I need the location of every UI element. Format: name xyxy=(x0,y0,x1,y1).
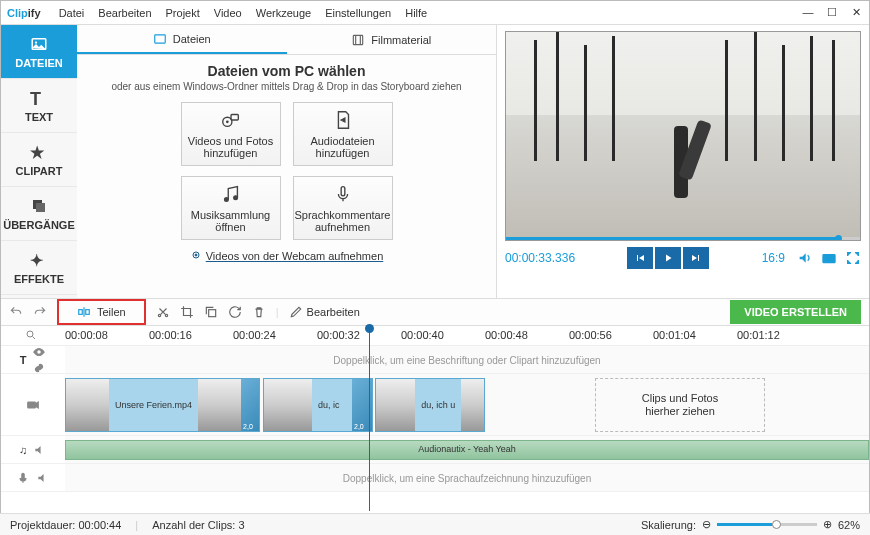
crop-button[interactable] xyxy=(180,305,194,319)
snapshot-icon[interactable] xyxy=(821,250,837,266)
rotate-button[interactable] xyxy=(228,305,242,319)
voiceover-button[interactable]: Sprachkommentareaufnehmen xyxy=(293,176,393,240)
undo-button[interactable] xyxy=(9,305,23,319)
svg-rect-11 xyxy=(341,187,345,196)
zoom-slider[interactable] xyxy=(717,523,817,526)
svg-point-21 xyxy=(27,331,33,337)
audio-track[interactable]: ♫ Audionautix - Yeah Yeah xyxy=(1,436,869,464)
duration-label: Projektdauer: 00:00:44 xyxy=(10,519,121,531)
sidebar-item-text[interactable]: T TEXT xyxy=(1,79,77,133)
filepanel-subtitle: oder aus einem Windows-Ordner mittels Dr… xyxy=(97,81,476,92)
play-button[interactable] xyxy=(655,247,681,269)
track-hint: Doppelklick, um eine Beschriftung oder C… xyxy=(65,354,869,365)
link-icon[interactable] xyxy=(32,361,46,375)
image-icon xyxy=(153,32,167,46)
menu-werkzeuge[interactable]: Werkzeuge xyxy=(256,7,311,19)
btn-label: Sprachkommentare xyxy=(295,209,391,221)
menu-video[interactable]: Video xyxy=(214,7,242,19)
svg-rect-3 xyxy=(36,203,45,212)
seek-bar[interactable] xyxy=(506,237,860,240)
film-icon xyxy=(351,33,365,47)
webcam-link[interactable]: Videos von der Webcam aufnehmen xyxy=(97,250,476,262)
timeline-clip[interactable]: du, ich u xyxy=(375,378,485,432)
prev-button[interactable] xyxy=(627,247,653,269)
speaker-icon[interactable] xyxy=(33,443,47,457)
music-library-button[interactable]: Musiksammlungöffnen xyxy=(181,176,281,240)
tab-label: Dateien xyxy=(173,33,211,45)
eye-icon[interactable] xyxy=(32,345,46,359)
sidebar-item-effekte[interactable]: ✦ EFFEKTE xyxy=(1,241,77,295)
zoom-in-button[interactable]: ⊕ xyxy=(823,518,832,531)
delete-button[interactable] xyxy=(252,305,266,319)
menu-einstellungen[interactable]: Einstellungen xyxy=(325,7,391,19)
video-track[interactable]: Unsere Ferien.mp4 du, ic du, ich u Clips… xyxy=(1,374,869,436)
ruler-tick: 00:00:08 xyxy=(65,329,108,341)
transition-icon[interactable] xyxy=(241,379,259,431)
edit-button[interactable]: Bearbeiten xyxy=(289,305,360,319)
ruler-tick: 00:01:12 xyxy=(737,329,780,341)
placeholder-label: Clips und Fotos hierher ziehen xyxy=(642,392,718,418)
tab-filmmaterial[interactable]: Filmmaterial xyxy=(287,25,497,54)
maximize-icon[interactable]: ☐ xyxy=(825,6,839,19)
time-ruler[interactable]: 00:00:08 00:00:16 00:00:24 00:00:32 00:0… xyxy=(1,326,869,346)
create-video-button[interactable]: VIDEO ERSTELLEN xyxy=(730,300,861,324)
split-button[interactable]: Teilen xyxy=(57,299,146,325)
audio-file-icon xyxy=(332,109,354,131)
music-icon xyxy=(220,183,242,205)
camera-icon xyxy=(26,398,40,412)
filepanel-title: Dateien vom PC wählen xyxy=(97,63,476,79)
zoom-out-button[interactable]: ⊖ xyxy=(702,518,711,531)
fullscreen-icon[interactable] xyxy=(845,250,861,266)
menu-datei[interactable]: Datei xyxy=(59,7,85,19)
btn-label: Audiodateien xyxy=(310,135,374,147)
webcam-icon xyxy=(190,250,202,262)
svg-rect-22 xyxy=(28,402,36,408)
playhead[interactable] xyxy=(369,326,370,511)
menu-bearbeiten[interactable]: Bearbeiten xyxy=(98,7,151,19)
video-preview[interactable] xyxy=(505,31,861,241)
add-videos-button[interactable]: Videos und Fotoshinzufügen xyxy=(181,102,281,166)
sidebar-item-dateien[interactable]: DATEIEN xyxy=(1,25,77,79)
close-icon[interactable]: ✕ xyxy=(849,6,863,19)
image-icon xyxy=(30,35,48,53)
audio-label: Audionautix - Yeah Yeah xyxy=(418,444,516,454)
app-logo: Clipify xyxy=(7,5,41,20)
webcam-label: Videos von der Webcam aufnehmen xyxy=(206,250,384,262)
sidebar-item-uebergaenge[interactable]: ÜBERGÄNGE xyxy=(1,187,77,241)
volume-icon[interactable] xyxy=(797,250,813,266)
zoom-icon[interactable] xyxy=(25,329,37,341)
scale-label: Skalierung: xyxy=(641,519,696,531)
audio-clip[interactable]: Audionautix - Yeah Yeah xyxy=(65,440,869,460)
menu-projekt[interactable]: Projekt xyxy=(166,7,200,19)
timeline: 00:00:08 00:00:16 00:00:24 00:00:32 00:0… xyxy=(1,326,869,511)
aspect-ratio[interactable]: 16:9 xyxy=(762,251,785,265)
svg-point-19 xyxy=(165,314,167,316)
cut-button[interactable] xyxy=(156,305,170,319)
menu-hilfe[interactable]: Hilfe xyxy=(405,7,427,19)
speaker-icon[interactable] xyxy=(36,471,50,485)
text-track[interactable]: T Doppelklick, um eine Beschriftung oder… xyxy=(1,346,869,374)
timeline-clip[interactable]: Unsere Ferien.mp4 xyxy=(65,378,260,432)
sidebar-label: DATEIEN xyxy=(15,57,62,69)
voice-track[interactable]: Doppelklick, um eine Sprachaufzeichnung … xyxy=(1,464,869,492)
add-audio-button[interactable]: Audiodateienhinzufügen xyxy=(293,102,393,166)
copy-button[interactable] xyxy=(204,305,218,319)
star-icon: ★ xyxy=(30,143,48,161)
svg-rect-20 xyxy=(208,310,215,317)
sparkle-icon: ✦ xyxy=(30,251,48,269)
redo-button[interactable] xyxy=(33,305,47,319)
file-tabs: Dateien Filmmaterial xyxy=(77,25,496,55)
clip-placeholder[interactable]: Clips und Fotos hierher ziehen xyxy=(595,378,765,432)
ruler-tick: 00:00:32 xyxy=(317,329,360,341)
next-button[interactable] xyxy=(683,247,709,269)
ruler-tick: 00:00:24 xyxy=(233,329,276,341)
sidebar-item-clipart[interactable]: ★ CLIPART xyxy=(1,133,77,187)
svg-point-9 xyxy=(224,198,228,202)
clip-thumb xyxy=(198,379,241,431)
minimize-icon[interactable]: — xyxy=(801,6,815,19)
tab-label: Filmmaterial xyxy=(371,34,431,46)
clips-count-label: Anzahl der Clips: 3 xyxy=(152,519,244,531)
timeline-clip[interactable]: du, ic xyxy=(263,378,373,432)
tab-dateien[interactable]: Dateien xyxy=(77,25,287,54)
track-hint: Doppelklick, um eine Sprachaufzeichnung … xyxy=(65,472,869,483)
